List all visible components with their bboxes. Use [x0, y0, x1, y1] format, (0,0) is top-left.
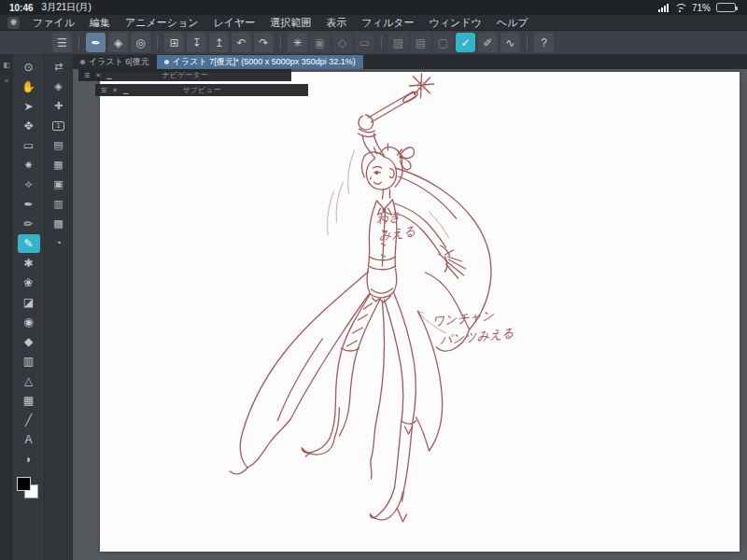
palette-dock-icon[interactable]: ◧: [2, 60, 11, 69]
selection-tool-icon[interactable]: ▭: [18, 136, 40, 155]
deselect-icon[interactable]: ▢: [433, 33, 453, 52]
airbrush-tool-glyph: ✱: [23, 258, 33, 269]
new-canvas-icon[interactable]: ⊞: [164, 33, 184, 52]
decoration-tool-icon[interactable]: ❀: [18, 273, 40, 292]
stabilization-pen-glyph: ✐: [483, 37, 492, 49]
cellular-signal-icon: [658, 4, 669, 12]
move-view-tool-icon[interactable]: ✋: [18, 77, 40, 96]
gradient-tool-icon[interactable]: ▥: [18, 352, 40, 371]
material-palette-icon[interactable]: ▥: [49, 195, 69, 213]
figure-tool-icon[interactable]: △: [18, 371, 40, 390]
deselect-glyph: ▢: [438, 37, 448, 49]
crop-canvas-glyph: ▭: [359, 37, 370, 49]
filter-spinner-icon[interactable]: ✳: [288, 33, 307, 52]
clear-layer-icon[interactable]: ◇: [332, 33, 352, 52]
panel-close-icon[interactable]: ✕: [112, 87, 118, 94]
operation-tool-icon[interactable]: ➤: [18, 97, 40, 116]
select-pen-icon[interactable]: ▨: [388, 33, 408, 52]
stabilization-pen-icon[interactable]: ✐: [478, 33, 498, 52]
fill-tool-glyph: ◆: [24, 336, 33, 347]
pen-tool-icon[interactable]: ✒: [18, 195, 40, 214]
crop-canvas-icon[interactable]: ▭: [355, 33, 374, 52]
menu-window[interactable]: ウィンドウ: [421, 16, 488, 30]
frame-tool-glyph: ▦: [23, 395, 34, 406]
share-export-icon[interactable]: ↥: [209, 33, 229, 52]
layer-move-tool-icon[interactable]: ✥: [18, 117, 40, 135]
navigator-palette-icon[interactable]: ▩: [49, 215, 69, 232]
frame-tool-icon[interactable]: ▦: [18, 391, 40, 410]
decoration-tool-glyph: ❀: [23, 277, 33, 288]
menu-items: ファイル編集アニメーションレイヤー選択範囲表示フィルターウィンドウヘルプ: [25, 16, 535, 30]
pen-mode-icon[interactable]: ✒: [86, 33, 106, 52]
tab-illust-6[interactable]: イラスト 6[復元: [73, 55, 157, 69]
blend-tool-icon[interactable]: ◉: [18, 313, 40, 331]
drawing-canvas[interactable]: わき みえる ワンチャン パンツみえる: [100, 72, 740, 552]
menu-filter[interactable]: フィルター: [354, 16, 421, 30]
duplicate-icon[interactable]: ▣: [310, 33, 330, 52]
eraser-tool-icon[interactable]: ◪: [18, 293, 40, 312]
redo-icon[interactable]: ↷: [254, 33, 274, 52]
tab-illust-7[interactable]: イラスト 7[復元]* (5000 x 5000px 350dpi 32.1%): [157, 55, 363, 69]
text-tool-icon[interactable]: A: [18, 430, 40, 449]
duplicate-glyph: ▣: [315, 37, 325, 49]
decoration-mode-icon[interactable]: ◈: [108, 33, 128, 52]
menu-animation[interactable]: アニメーション: [118, 16, 206, 30]
collapse-strip-icon[interactable]: «: [2, 76, 11, 85]
undo-icon[interactable]: ↶: [232, 33, 251, 52]
zoom-tool-icon[interactable]: ⊙: [18, 58, 40, 77]
color-set-palette-icon[interactable]: ▤: [49, 136, 69, 154]
tool-switch-icon[interactable]: ⇄: [49, 58, 69, 76]
auto-select-tool-icon[interactable]: ✷: [18, 156, 40, 175]
menu-selection[interactable]: 選択範囲: [262, 16, 318, 30]
text-tool-glyph: A: [24, 434, 32, 445]
character-sketch: わき みえる ワンチャン パンツみえる: [100, 72, 740, 552]
balloon-tool-icon[interactable]: ◗: [18, 450, 40, 469]
main-color-swatch[interactable]: [17, 477, 31, 491]
navigator-panel-collapsed[interactable]: ナビゲーター ☰ ✕ ▁: [78, 69, 291, 81]
note-chance-line1: ワンチャン: [431, 308, 495, 329]
airbrush-tool-icon[interactable]: ✱: [18, 254, 40, 273]
balloon-tool-glyph: ◗: [25, 454, 32, 465]
help-icon[interactable]: ?: [534, 33, 554, 52]
transform-panel-icon[interactable]: ◈: [49, 77, 69, 95]
document-status-dot: [164, 60, 169, 64]
menu-layer[interactable]: レイヤー: [206, 16, 263, 30]
move-canvas-panel-icon[interactable]: ✚: [49, 97, 69, 115]
share-export-glyph: ↥: [214, 37, 223, 49]
menu-view[interactable]: 表示: [318, 16, 354, 30]
pencil-tool-icon[interactable]: ✏: [18, 215, 40, 233]
collapse-strip-glyph: «: [5, 77, 8, 85]
selection-launcher-icon[interactable]: ✓: [456, 33, 475, 52]
menu-file[interactable]: ファイル: [25, 16, 82, 30]
panel-close-icon[interactable]: ✕: [95, 72, 101, 79]
select-overlay-icon[interactable]: ▤: [411, 33, 430, 52]
main-menu-icon[interactable]: ☰: [52, 33, 72, 52]
filter-spinner-glyph: ✳: [292, 37, 302, 49]
eyedropper-tool-icon[interactable]: ✧: [18, 175, 40, 194]
panel-menu-icon[interactable]: ☰: [101, 87, 106, 94]
subview-panel-collapsed[interactable]: サブビュー ☰ ✕ ▁: [95, 84, 308, 96]
clip-studio-logo: ❋: [7, 17, 20, 29]
move-canvas-panel-glyph: ✚: [54, 101, 63, 111]
marker-tool-icon[interactable]: ✎: [18, 234, 40, 253]
canvas-settings-icon[interactable]: ▦: [49, 156, 69, 174]
clip-studio-paint-app: 10:46 3月21日(月) 71% ❋ ファイル編集アニメーションレイヤー選択…: [0, 0, 747, 560]
brush-size-palette-glyph: 1: [52, 121, 63, 131]
navigator-palette-glyph: ▩: [53, 218, 63, 229]
select-pen-glyph: ▨: [393, 37, 403, 49]
note-chance-line2: パンツみえる: [439, 326, 514, 347]
panel-minimize-icon[interactable]: ▁: [106, 72, 111, 79]
menu-help[interactable]: ヘルプ: [489, 16, 536, 30]
document-tab-bar: イラスト 6[復元 イラスト 7[復元]* (5000 x 5000px 350…: [73, 55, 747, 69]
panel-minimize-icon[interactable]: ▁: [123, 87, 128, 94]
menu-edit[interactable]: 編集: [82, 16, 118, 30]
gesture-mode-icon[interactable]: ◎: [131, 33, 150, 52]
brush-size-palette-icon[interactable]: 1: [49, 117, 69, 134]
line-smoothing-icon[interactable]: ∿: [500, 33, 520, 52]
layer-palette-icon[interactable]: ▣: [49, 175, 69, 193]
import-image-icon[interactable]: ↧: [187, 33, 206, 52]
ruler-tool-icon[interactable]: ╱: [18, 411, 40, 429]
timelapse-panel-icon[interactable]: ◔: [49, 234, 69, 252]
fill-tool-icon[interactable]: ◆: [18, 332, 40, 351]
panel-menu-icon[interactable]: ☰: [84, 72, 90, 79]
